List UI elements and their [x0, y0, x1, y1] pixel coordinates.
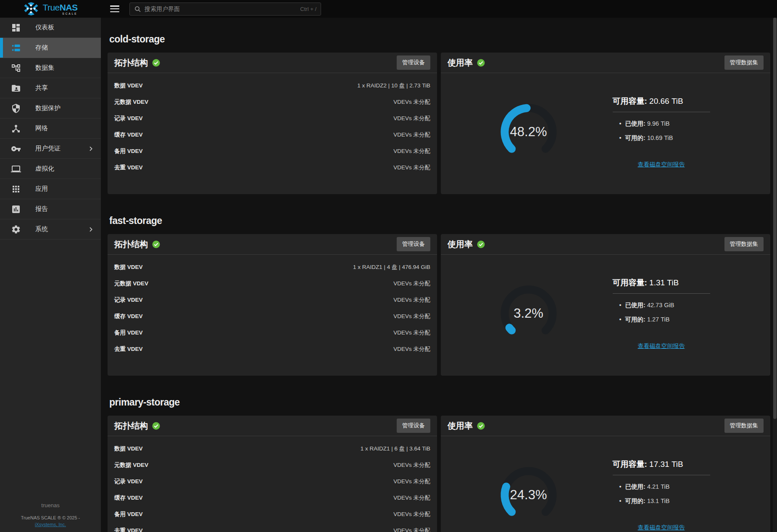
pool-name-heading: fast-storage: [109, 215, 770, 226]
sidebar-item-storage[interactable]: 存储: [0, 38, 101, 58]
vdev-type-label: 备用 VDEV: [114, 511, 143, 518]
sidebar-item-system[interactable]: 系统: [0, 219, 101, 240]
manage-datasets-button[interactable]: 管理数据集: [724, 55, 764, 70]
healthy-check-icon: [152, 240, 160, 248]
topology-row: 备用 VDEVVDEVs 未分配: [114, 506, 430, 522]
truenas-logo: TrueNASSCALE: [0, 0, 101, 18]
global-search: Ctrl + /: [129, 3, 321, 16]
usage-card-header: 使用率 管理数据集: [441, 416, 770, 436]
topology-row: 备用 VDEVVDEVs 未分配: [114, 324, 430, 341]
used-value: 9.96 TiB: [647, 120, 669, 127]
usage-percent-label: 3.2%: [497, 282, 560, 345]
menu-toggle-button[interactable]: [110, 5, 119, 12]
sidebar-item-datasets[interactable]: 数据集: [0, 58, 101, 78]
storage-icon: [11, 43, 21, 53]
topology-card-title: 拓扑结构: [114, 420, 148, 432]
sidebar-item-label: 数据保护: [35, 104, 61, 112]
vdev-value: 1 x RAIDZ1 | 4 盘 | 476.94 GiB: [353, 263, 430, 271]
topology-card-header: 拓扑结构 管理设备: [108, 416, 437, 436]
vdev-value: VDEVs 未分配: [393, 147, 430, 155]
storage-page: cold-storage 拓扑结构 管理设备 数据 VDEV1 x RAIDZ2…: [101, 18, 773, 532]
disk-space-report-link[interactable]: 查看磁盘空间报告: [638, 524, 685, 531]
sidebar-item-dashboard[interactable]: 仪表板: [0, 18, 101, 38]
vdev-value: VDEVs 未分配: [393, 115, 430, 122]
bullet-dot: •: [619, 316, 622, 323]
sidebar-item-network[interactable]: 网络: [0, 119, 101, 139]
usage-card-header: 使用率 管理数据集: [441, 234, 770, 255]
bullet-dot: •: [619, 302, 622, 308]
topology-card-title: 拓扑结构: [114, 239, 148, 250]
chevron-right-icon: [87, 226, 94, 233]
vdev-type-label: 元数据 VDEV: [114, 461, 148, 469]
vdev-value: VDEVs 未分配: [393, 494, 430, 502]
manage-devices-button[interactable]: 管理设备: [397, 419, 430, 433]
topology-row: 缓存 VDEVVDEVs 未分配: [114, 126, 430, 143]
bar-chart-icon: [11, 204, 21, 214]
sidebar-item-credentials[interactable]: 用户凭证: [0, 139, 101, 159]
pool-name-heading: cold-storage: [109, 34, 770, 45]
healthy-check-icon: [152, 59, 160, 67]
healthy-check-icon: [152, 422, 160, 430]
manage-devices-button[interactable]: 管理设备: [397, 237, 430, 251]
sidebar-item-label: 虚拟化: [35, 165, 54, 173]
vdev-type-label: 缓存 VDEV: [114, 131, 143, 139]
topology-card: 拓扑结构 管理设备 数据 VDEV1 x RAIDZ1 | 4 盘 | 476.…: [108, 234, 437, 376]
pool-section-fast-storage: fast-storage 拓扑结构 管理设备 数据 VDEV1 x RAIDZ1…: [108, 215, 770, 376]
sidebar-item-label: 系统: [35, 225, 48, 233]
usage-card-title: 使用率: [448, 420, 473, 432]
search-icon: [134, 5, 141, 13]
sidebar-item-data-protection[interactable]: 数据保护: [0, 98, 101, 119]
ixsystems-link[interactable]: iXsystems, Inc.: [35, 522, 66, 527]
used-value: 42.73 GiB: [647, 302, 674, 308]
manage-datasets-button[interactable]: 管理数据集: [724, 419, 764, 433]
sidebar-item-apps[interactable]: 应用: [0, 179, 101, 199]
usage-body: 48.2% 可用容量: 20.66 TiB •已使用: 9.96 TiB •可用…: [441, 73, 770, 194]
topology-row: 元数据 VDEVVDEVs 未分配: [114, 457, 430, 473]
pool-section-cold-storage: cold-storage 拓扑结构 管理设备 数据 VDEV1 x RAIDZ2…: [108, 34, 770, 194]
sidebar-item-label: 数据集: [35, 64, 54, 72]
manage-datasets-button[interactable]: 管理数据集: [724, 237, 764, 251]
usable-capacity-value: 1.31 TiB: [649, 278, 679, 287]
dashboard-icon: [11, 23, 21, 33]
copyright-label: TrueNAS SCALE ® © 2025 -: [0, 515, 101, 520]
sidebar-item-virtualization[interactable]: 虚拟化: [0, 159, 101, 179]
network-hub-icon: [11, 124, 21, 134]
usage-body: 24.3% 可用容量: 17.31 TiB •已使用: 4.21 TiB •可用…: [441, 436, 770, 532]
usable-capacity-label: 可用容量:: [613, 278, 647, 287]
topology-card-title: 拓扑结构: [114, 57, 148, 68]
search-input[interactable]: [145, 5, 297, 12]
bullet-dot: •: [619, 134, 622, 141]
vdev-type-label: 数据 VDEV: [114, 82, 143, 90]
vdev-type-label: 去重 VDEV: [114, 345, 143, 353]
used-line: •已使用: 9.96 TiB: [619, 120, 710, 128]
disk-space-report-link[interactable]: 查看磁盘空间报告: [638, 342, 685, 349]
topology-row: 记录 VDEVVDEVs 未分配: [114, 473, 430, 490]
vdev-type-label: 缓存 VDEV: [114, 313, 143, 320]
sidebar-item-label: 用户凭证: [35, 145, 61, 153]
vdev-type-label: 去重 VDEV: [114, 164, 143, 171]
sidebar-item-label: 共享: [35, 84, 48, 92]
topology-card-header: 拓扑结构 管理设备: [108, 234, 437, 255]
usage-gauge: 24.3%: [497, 464, 560, 527]
vertical-scrollbar: [773, 18, 777, 532]
usable-capacity-label: 可用容量:: [613, 97, 647, 105]
gear-icon: [11, 224, 21, 234]
datasets-tree-icon: [11, 63, 21, 73]
sidebar-footer: truenas TrueNAS SCALE ® © 2025 - iXsyste…: [0, 502, 101, 532]
bullet-dot: •: [619, 120, 622, 127]
usage-card: 使用率 管理数据集 24.3% 可用容量: 17.31 TiB: [441, 416, 770, 532]
manage-devices-button[interactable]: 管理设备: [397, 55, 430, 70]
bullet-dot: •: [619, 483, 622, 490]
vdev-value: VDEVs 未分配: [393, 98, 430, 106]
usable-capacity-value: 20.66 TiB: [649, 97, 683, 105]
vdev-value: VDEVs 未分配: [393, 296, 430, 304]
topology-card: 拓扑结构 管理设备 数据 VDEV1 x RAIDZ1 | 6 盘 | 3.64…: [108, 416, 437, 532]
vdev-type-label: 记录 VDEV: [114, 115, 143, 122]
search-shortcut-hint: Ctrl + /: [300, 6, 316, 12]
disk-space-report-link[interactable]: 查看磁盘空间报告: [638, 161, 685, 168]
vdev-type-label: 去重 VDEV: [114, 527, 143, 532]
sidebar-item-reports[interactable]: 报告: [0, 199, 101, 219]
sidebar-item-shares[interactable]: 共享: [0, 78, 101, 98]
scrollbar-thumb[interactable]: [773, 18, 777, 419]
usable-capacity-line: 可用容量: 20.66 TiB: [613, 96, 710, 112]
